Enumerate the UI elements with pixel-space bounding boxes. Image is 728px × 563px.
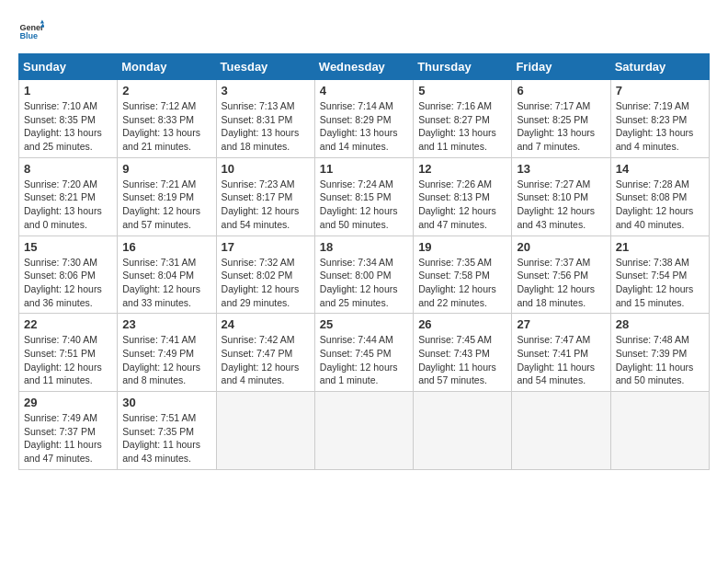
day-number: 6 xyxy=(517,84,605,98)
column-header-sunday: Sunday xyxy=(19,54,118,80)
cell-content: Sunrise: 7:41 AMSunset: 7:49 PMDaylight:… xyxy=(122,333,210,387)
day-number: 23 xyxy=(122,317,210,331)
day-number: 25 xyxy=(320,317,408,331)
calendar-cell: 20Sunrise: 7:37 AMSunset: 7:56 PMDayligh… xyxy=(512,236,610,314)
day-number: 28 xyxy=(616,317,704,331)
day-number: 2 xyxy=(122,84,210,98)
cell-content: Sunrise: 7:45 AMSunset: 7:43 PMDaylight:… xyxy=(418,333,506,387)
day-number: 8 xyxy=(24,162,112,176)
cell-content: Sunrise: 7:13 AMSunset: 8:31 PMDaylight:… xyxy=(222,99,310,154)
day-number: 13 xyxy=(517,162,605,176)
day-number: 11 xyxy=(320,162,408,176)
column-header-friday: Friday xyxy=(512,54,610,80)
cell-content: Sunrise: 7:24 AMSunset: 8:15 PMDaylight:… xyxy=(320,178,408,232)
day-number: 22 xyxy=(24,317,112,331)
calendar-table: SundayMondayTuesdayWednesdayThursdayFrid… xyxy=(18,53,710,470)
calendar-cell: 2Sunrise: 7:12 AMSunset: 8:33 PMDaylight… xyxy=(118,80,216,158)
calendar-header-row: SundayMondayTuesdayWednesdayThursdayFrid… xyxy=(19,54,710,80)
cell-content: Sunrise: 7:51 AMSunset: 7:35 PMDaylight:… xyxy=(122,411,210,465)
calendar-cell: 3Sunrise: 7:13 AMSunset: 8:31 PMDaylight… xyxy=(216,80,314,158)
day-number: 14 xyxy=(616,162,704,176)
cell-content: Sunrise: 7:30 AMSunset: 8:06 PMDaylight:… xyxy=(24,256,112,310)
cell-content: Sunrise: 7:38 AMSunset: 7:54 PMDaylight:… xyxy=(616,256,704,310)
calendar-cell: 6Sunrise: 7:17 AMSunset: 8:25 PMDaylight… xyxy=(512,80,610,158)
calendar-cell: 26Sunrise: 7:45 AMSunset: 7:43 PMDayligh… xyxy=(414,314,512,392)
calendar-cell: 21Sunrise: 7:38 AMSunset: 7:54 PMDayligh… xyxy=(610,236,709,314)
svg-text:Blue: Blue xyxy=(19,31,38,40)
cell-content: Sunrise: 7:19 AMSunset: 8:23 PMDaylight:… xyxy=(616,99,704,154)
day-number: 29 xyxy=(24,396,112,409)
calendar-cell: 11Sunrise: 7:24 AMSunset: 8:15 PMDayligh… xyxy=(314,157,413,236)
week-row-3: 22Sunrise: 7:40 AMSunset: 7:51 PMDayligh… xyxy=(19,314,710,392)
calendar-cell xyxy=(414,392,512,470)
calendar-cell: 30Sunrise: 7:51 AMSunset: 7:35 PMDayligh… xyxy=(118,392,216,470)
calendar-cell: 7Sunrise: 7:19 AMSunset: 8:23 PMDaylight… xyxy=(610,80,709,158)
day-number: 27 xyxy=(517,317,605,331)
calendar-cell: 14Sunrise: 7:28 AMSunset: 8:08 PMDayligh… xyxy=(610,157,709,236)
day-number: 21 xyxy=(616,240,704,254)
cell-content: Sunrise: 7:27 AMSunset: 8:10 PMDaylight:… xyxy=(517,178,605,232)
day-number: 7 xyxy=(616,84,704,98)
cell-content: Sunrise: 7:10 AMSunset: 8:35 PMDaylight:… xyxy=(24,99,112,154)
day-number: 20 xyxy=(517,240,605,254)
day-number: 12 xyxy=(418,162,506,176)
calendar-cell: 15Sunrise: 7:30 AMSunset: 8:06 PMDayligh… xyxy=(19,236,118,314)
calendar-cell: 4Sunrise: 7:14 AMSunset: 8:29 PMDaylight… xyxy=(314,80,413,158)
calendar-cell: 8Sunrise: 7:20 AMSunset: 8:21 PMDaylight… xyxy=(19,157,118,236)
day-number: 1 xyxy=(24,84,112,98)
day-number: 24 xyxy=(222,317,310,331)
cell-content: Sunrise: 7:12 AMSunset: 8:33 PMDaylight:… xyxy=(122,99,210,154)
day-number: 15 xyxy=(24,240,112,254)
calendar-cell: 28Sunrise: 7:48 AMSunset: 7:39 PMDayligh… xyxy=(610,314,709,392)
week-row-0: 1Sunrise: 7:10 AMSunset: 8:35 PMDaylight… xyxy=(19,80,710,158)
cell-content: Sunrise: 7:49 AMSunset: 7:37 PMDaylight:… xyxy=(24,411,112,465)
cell-content: Sunrise: 7:31 AMSunset: 8:04 PMDaylight:… xyxy=(122,256,210,310)
calendar-cell: 17Sunrise: 7:32 AMSunset: 8:02 PMDayligh… xyxy=(216,236,314,314)
calendar-cell: 16Sunrise: 7:31 AMSunset: 8:04 PMDayligh… xyxy=(118,236,216,314)
cell-content: Sunrise: 7:48 AMSunset: 7:39 PMDaylight:… xyxy=(616,333,704,387)
calendar-cell xyxy=(314,392,413,470)
cell-content: Sunrise: 7:20 AMSunset: 8:21 PMDaylight:… xyxy=(24,178,112,232)
cell-content: Sunrise: 7:42 AMSunset: 7:47 PMDaylight:… xyxy=(222,333,310,387)
calendar-cell: 29Sunrise: 7:49 AMSunset: 7:37 PMDayligh… xyxy=(19,392,118,470)
column-header-saturday: Saturday xyxy=(610,54,709,80)
cell-content: Sunrise: 7:44 AMSunset: 7:45 PMDaylight:… xyxy=(320,333,408,387)
calendar-cell: 5Sunrise: 7:16 AMSunset: 8:27 PMDaylight… xyxy=(414,80,512,158)
cell-content: Sunrise: 7:32 AMSunset: 8:02 PMDaylight:… xyxy=(222,256,310,310)
cell-content: Sunrise: 7:14 AMSunset: 8:29 PMDaylight:… xyxy=(320,99,408,154)
day-number: 19 xyxy=(418,240,506,254)
svg-marker-2 xyxy=(40,19,44,23)
cell-content: Sunrise: 7:40 AMSunset: 7:51 PMDaylight:… xyxy=(24,333,112,387)
day-number: 5 xyxy=(418,84,506,98)
calendar-cell: 18Sunrise: 7:34 AMSunset: 8:00 PMDayligh… xyxy=(314,236,413,314)
column-header-wednesday: Wednesday xyxy=(314,54,413,80)
calendar-cell: 1Sunrise: 7:10 AMSunset: 8:35 PMDaylight… xyxy=(19,80,118,158)
calendar-cell xyxy=(610,392,709,470)
calendar-cell: 9Sunrise: 7:21 AMSunset: 8:19 PMDaylight… xyxy=(118,157,216,236)
day-number: 17 xyxy=(222,240,310,254)
column-header-monday: Monday xyxy=(118,54,216,80)
day-number: 18 xyxy=(320,240,408,254)
week-row-4: 29Sunrise: 7:49 AMSunset: 7:37 PMDayligh… xyxy=(19,392,710,470)
cell-content: Sunrise: 7:21 AMSunset: 8:19 PMDaylight:… xyxy=(122,178,210,232)
calendar-cell xyxy=(512,392,610,470)
day-number: 9 xyxy=(122,162,210,176)
day-number: 30 xyxy=(122,396,210,409)
cell-content: Sunrise: 7:26 AMSunset: 8:13 PMDaylight:… xyxy=(418,178,506,232)
calendar-cell: 23Sunrise: 7:41 AMSunset: 7:49 PMDayligh… xyxy=(118,314,216,392)
cell-content: Sunrise: 7:28 AMSunset: 8:08 PMDaylight:… xyxy=(616,178,704,232)
calendar-cell xyxy=(216,392,314,470)
column-header-tuesday: Tuesday xyxy=(216,54,314,80)
calendar-cell: 12Sunrise: 7:26 AMSunset: 8:13 PMDayligh… xyxy=(414,157,512,236)
calendar-cell: 25Sunrise: 7:44 AMSunset: 7:45 PMDayligh… xyxy=(314,314,413,392)
logo-icon: General Blue xyxy=(18,18,44,44)
page-header: General Blue xyxy=(18,18,710,44)
day-number: 3 xyxy=(222,84,310,98)
day-number: 16 xyxy=(122,240,210,254)
cell-content: Sunrise: 7:34 AMSunset: 8:00 PMDaylight:… xyxy=(320,256,408,310)
calendar-cell: 27Sunrise: 7:47 AMSunset: 7:41 PMDayligh… xyxy=(512,314,610,392)
cell-content: Sunrise: 7:47 AMSunset: 7:41 PMDaylight:… xyxy=(517,333,605,387)
cell-content: Sunrise: 7:23 AMSunset: 8:17 PMDaylight:… xyxy=(222,178,310,232)
cell-content: Sunrise: 7:35 AMSunset: 7:58 PMDaylight:… xyxy=(418,256,506,310)
cell-content: Sunrise: 7:16 AMSunset: 8:27 PMDaylight:… xyxy=(418,99,506,154)
